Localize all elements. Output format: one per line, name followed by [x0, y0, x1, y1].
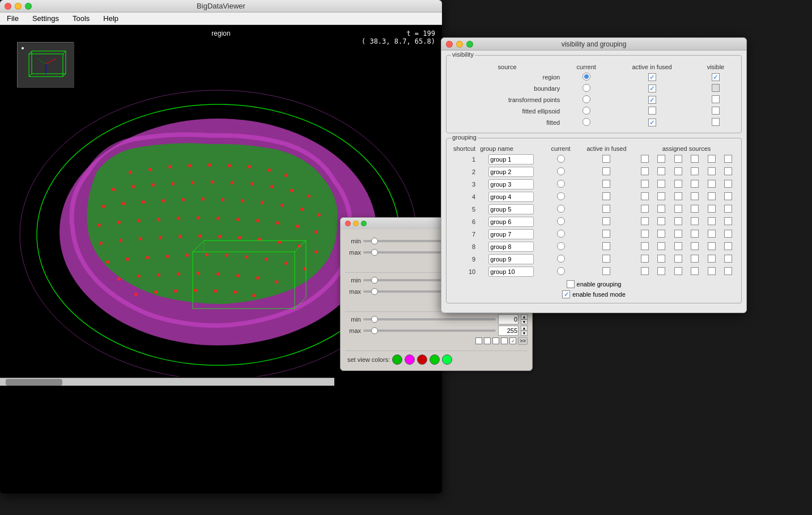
- radio-region[interactable]: [583, 73, 590, 81]
- group-src1-2[interactable]: [636, 166, 653, 178]
- enable-grouping-check[interactable]: [567, 280, 575, 288]
- sliders-minimize[interactable]: [353, 221, 359, 226]
- group-active-check-5[interactable]: [602, 205, 610, 213]
- checkbox-active-boundary[interactable]: [648, 85, 656, 92]
- group-src5-8[interactable]: [703, 240, 720, 253]
- vis-active-ellipsoid[interactable]: [609, 105, 695, 117]
- group-src2-7[interactable]: [653, 228, 670, 240]
- group-name-input-6[interactable]: [488, 217, 534, 227]
- menu-help[interactable]: Help: [101, 13, 121, 24]
- enable-fused-check[interactable]: [562, 290, 570, 298]
- checkbox-active-transformed[interactable]: [648, 96, 656, 104]
- min-stepper-3[interactable]: ▲ ▼: [521, 314, 528, 324]
- color-btn-4[interactable]: [430, 354, 440, 365]
- vis-visible-transformed[interactable]: [695, 94, 737, 105]
- group-src1-10[interactable]: [636, 265, 653, 278]
- radio-transformed[interactable]: [583, 95, 590, 103]
- min-thumb-2[interactable]: [371, 277, 378, 284]
- group-radio-3[interactable]: [557, 180, 565, 188]
- group-active-check-2[interactable]: [602, 167, 610, 175]
- check-3-1[interactable]: [475, 337, 482, 344]
- vis-visible-ellipsoid[interactable]: [695, 105, 737, 117]
- color-btn-1[interactable]: [392, 354, 402, 365]
- group-radio-8[interactable]: [557, 242, 565, 250]
- color-btn-3[interactable]: [417, 354, 427, 365]
- group-src4-1[interactable]: [686, 153, 703, 166]
- group-active-check-8[interactable]: [602, 242, 610, 250]
- close-button[interactable]: [5, 3, 11, 10]
- vis-current-ellipsoid[interactable]: [563, 105, 609, 117]
- group-radio-5[interactable]: [557, 205, 565, 213]
- group-src1-7[interactable]: [636, 228, 653, 240]
- group-current-1[interactable]: [545, 153, 577, 166]
- checkbox-active-fitted[interactable]: [648, 119, 656, 126]
- min-down-3[interactable]: ▼: [521, 319, 528, 324]
- sliders-maximize[interactable]: [361, 221, 367, 226]
- group-src3-2[interactable]: [670, 166, 687, 178]
- group-src2-10[interactable]: [653, 265, 670, 278]
- group-active-8[interactable]: [577, 240, 636, 253]
- group-active-7[interactable]: [577, 228, 636, 240]
- group-src2-5[interactable]: [653, 203, 670, 216]
- group-current-2[interactable]: [545, 166, 577, 178]
- group-radio-1[interactable]: [557, 155, 565, 163]
- group-name-input-9[interactable]: [488, 254, 534, 264]
- group-radio-4[interactable]: [557, 192, 565, 200]
- group-src4-2[interactable]: [686, 166, 703, 178]
- group-active-9[interactable]: [577, 253, 636, 265]
- group-active-check-7[interactable]: [602, 230, 610, 238]
- menu-settings[interactable]: Settings: [30, 13, 61, 24]
- group-src5-2[interactable]: [703, 166, 720, 178]
- group-src3-4[interactable]: [670, 191, 687, 203]
- group-src6-3[interactable]: [720, 178, 737, 191]
- group-active-10[interactable]: [577, 265, 636, 278]
- group-active-check-4[interactable]: [602, 192, 610, 200]
- vis-current-boundary[interactable]: [563, 83, 609, 94]
- group-current-9[interactable]: [545, 253, 577, 265]
- group-src6-5[interactable]: [720, 203, 737, 216]
- group-src2-1[interactable]: [653, 153, 670, 166]
- group-name-input-3[interactable]: [488, 179, 534, 189]
- group-active-check-1[interactable]: [602, 155, 610, 163]
- horizontal-scrollbar[interactable]: [0, 378, 334, 386]
- min-thumb-1[interactable]: [371, 238, 378, 244]
- checkbox-visible-region[interactable]: [712, 73, 720, 81]
- checkbox-visible-boundary[interactable]: [712, 84, 720, 92]
- group-src3-5[interactable]: [670, 203, 687, 216]
- group-src1-6[interactable]: [636, 216, 653, 228]
- radio-boundary[interactable]: [583, 84, 590, 92]
- scrollbar-thumb[interactable]: [6, 379, 62, 386]
- check-3-2[interactable]: [484, 337, 491, 344]
- group-active-5[interactable]: [577, 203, 636, 216]
- group-active-4[interactable]: [577, 191, 636, 203]
- checkbox-active-ellipsoid[interactable]: [648, 107, 656, 115]
- radio-ellipsoid[interactable]: [583, 107, 590, 115]
- group-active-check-3[interactable]: [602, 180, 610, 188]
- group-current-4[interactable]: [545, 191, 577, 203]
- group-active-check-9[interactable]: [602, 255, 610, 263]
- arrow-3[interactable]: >>: [518, 337, 528, 345]
- group-src4-4[interactable]: [686, 191, 703, 203]
- max-stepper-3[interactable]: ▲ ▼: [521, 326, 528, 336]
- group-src2-2[interactable]: [653, 166, 670, 178]
- group-src5-3[interactable]: [703, 178, 720, 191]
- max-thumb-2[interactable]: [371, 288, 378, 295]
- group-src3-8[interactable]: [670, 240, 687, 253]
- group-src4-5[interactable]: [686, 203, 703, 216]
- group-src6-4[interactable]: [720, 191, 737, 203]
- group-src2-8[interactable]: [653, 240, 670, 253]
- group-active-2[interactable]: [577, 166, 636, 178]
- vis-active-boundary[interactable]: [609, 83, 695, 94]
- group-src6-9[interactable]: [720, 253, 737, 265]
- vg-maximize[interactable]: [466, 41, 473, 48]
- group-src2-3[interactable]: [653, 178, 670, 191]
- group-name-input-5[interactable]: [488, 204, 534, 214]
- group-src4-8[interactable]: [686, 240, 703, 253]
- max-track-3[interactable]: [363, 330, 496, 332]
- group-src3-7[interactable]: [670, 228, 687, 240]
- min-up-3[interactable]: ▲: [521, 314, 528, 319]
- maximize-button[interactable]: [25, 3, 32, 10]
- min-thumb-3[interactable]: [371, 316, 378, 323]
- max-thumb-3[interactable]: [371, 327, 378, 334]
- group-src4-3[interactable]: [686, 178, 703, 191]
